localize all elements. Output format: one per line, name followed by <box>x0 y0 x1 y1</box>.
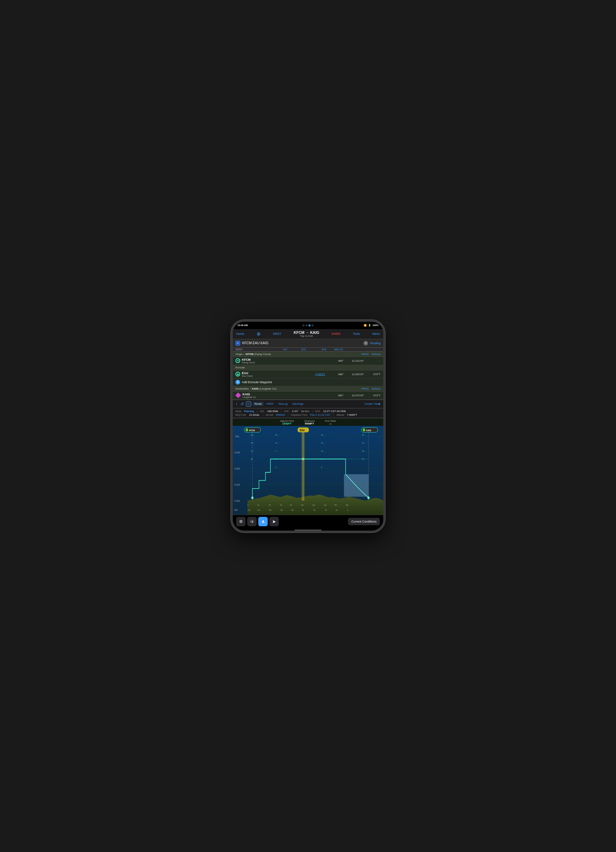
svg-text:10: 10 <box>251 458 252 460</box>
direction-button[interactable]: ➤ <box>269 517 279 526</box>
tools-button[interactable]: Tools <box>353 332 360 335</box>
home-bar <box>294 530 322 530</box>
layout-icon: ⊞ <box>236 341 240 346</box>
tab-perf[interactable]: PERF <box>264 402 275 406</box>
altitude-button[interactable]: ∧ <box>258 517 268 526</box>
ete-label: ETE: <box>284 410 290 412</box>
nrst-button[interactable]: NRST <box>273 332 281 335</box>
tab-warnings[interactable]: Warnings <box>290 402 306 406</box>
fp-title: KFCM EAU KAIG <box>242 341 361 345</box>
info-bar: Mode Planning | DIS: 186.5NM | ETE: 1+07… <box>233 408 383 418</box>
eau-dtk: 086° <box>325 373 344 376</box>
svg-text:100: 100 <box>301 504 303 506</box>
eta-val: 12:27 CST 04-FEB <box>323 410 346 413</box>
status-right: 📶 🔋 100% <box>364 324 379 327</box>
svg-text:31 →: 31 → <box>362 434 366 436</box>
tabs-bar: ↑ ↺ ✓ Route PERF NavLog Warnings Create … <box>233 400 383 408</box>
svg-text:0: 0 <box>347 509 348 511</box>
svg-text:80: 80 <box>290 504 291 506</box>
req-fuel-label: REQ Fuel: <box>236 414 246 416</box>
svg-text:-1: -1 <box>275 466 277 468</box>
eau-row[interactable]: ◈ EAU Eau Claire 4,000FT 086° 11:52CST 0… <box>233 370 383 379</box>
origin-actions-btn[interactable]: Actions <box>372 353 380 356</box>
nav-bar: Home ⊕ NRST KFCM → KAIG Tap to Edit EMER… <box>233 329 383 339</box>
sync-icon[interactable]: ↺ <box>240 402 244 406</box>
kaig-dtk: 082° <box>325 394 344 397</box>
kfcm-icon: ✦ <box>236 358 240 363</box>
flight-title: KFCM → KAIG <box>294 331 319 334</box>
svg-text:160: 160 <box>334 504 337 506</box>
svg-text:15 →: 15 → <box>275 434 279 436</box>
altitude-profile-chart[interactable]: FL000 FL030 FL060 FL090 MSL 26 → 18 → 1 <box>233 426 383 515</box>
svg-text:FL030: FL030 <box>234 483 240 486</box>
dest-proc-btn[interactable]: PROC <box>361 387 369 390</box>
gear-button[interactable]: ⚙ <box>236 517 246 526</box>
svg-text:MSL: MSL <box>236 435 240 438</box>
tab-navlog[interactable]: NavLog <box>276 402 290 406</box>
svg-text:11 →: 11 → <box>251 450 255 452</box>
home-button[interactable]: Home <box>236 332 244 335</box>
text-cursor-button[interactable]: Iv <box>247 517 257 526</box>
kfcm-eta: 11:21CST <box>344 360 364 363</box>
add-waypoint-row[interactable]: + Add Enroute Waypoint <box>233 379 383 386</box>
origin-label: Origin – KFCM (Flying Cloud) <box>236 353 271 356</box>
home-indicator <box>233 528 383 533</box>
svg-text:0: 0 <box>248 504 249 506</box>
svg-text:7 →: 7 → <box>275 450 278 452</box>
svg-text:18 →: 18 → <box>251 442 255 444</box>
col-ident: IDENT <box>236 348 269 350</box>
kfcm-row[interactable]: ✦ KFCM Flying Cloud 360° 11:21CST --- <box>233 357 383 365</box>
svg-text:140: 140 <box>269 509 272 511</box>
clearance: Clearance 5958FT <box>304 420 315 425</box>
flight-plan-icon[interactable]: ⊕ <box>257 331 261 337</box>
check-badge[interactable]: ✓ <box>246 401 251 407</box>
eau-eta: 11:52CST <box>344 373 364 376</box>
svg-text:21 →: 21 → <box>321 442 325 444</box>
svg-text:40: 40 <box>325 509 327 511</box>
aircraft-val: N5000J <box>276 413 285 417</box>
status-bar: 10:40 AM 📶 🔋 100% <box>233 322 383 329</box>
routing-button[interactable]: Routing <box>370 341 380 345</box>
kfcm-hdg: --- <box>364 360 380 363</box>
svg-text:KFCM: KFCM <box>249 429 255 432</box>
eau-id: EAU <box>242 372 306 375</box>
origin-section: Origin – KFCM (Flying Cloud) PROC Action… <box>233 352 383 357</box>
svg-text:60: 60 <box>280 504 282 506</box>
chart-svg: FL000 FL030 FL060 FL090 MSL 26 → 18 → 1 <box>233 426 383 515</box>
bottom-toolbar: ⚙ Iv ∧ ➤ Current Conditions <box>233 515 383 528</box>
upload-icon[interactable]: ↑ <box>236 401 238 407</box>
svg-text:26 →: 26 → <box>251 434 255 436</box>
flight-subtitle[interactable]: Tap to Edit <box>294 334 319 337</box>
kaig-name-group: KAIG Langlade Co <box>243 393 306 398</box>
create-trip-button[interactable]: Create Trip ▶ <box>364 402 380 405</box>
svg-text:0: 0 <box>321 466 322 468</box>
battery-icon: 🔋 <box>368 324 371 327</box>
dest-actions-btn[interactable]: Actions <box>372 387 380 390</box>
svg-text:40: 40 <box>269 504 270 506</box>
svg-text:11 →: 11 → <box>275 442 279 444</box>
close-button[interactable]: ✕ <box>364 341 368 346</box>
kfcm-name: Flying Cloud <box>242 361 306 364</box>
current-conditions-button[interactable]: Current Conditions <box>348 518 380 525</box>
enroute-label: Enroute <box>236 366 245 369</box>
svg-text:FL000: FL000 <box>234 499 240 502</box>
svg-text:11 →: 11 → <box>321 450 325 452</box>
altitude-val: 7,500FT <box>347 413 357 417</box>
svg-text:31 →: 31 → <box>321 434 325 436</box>
svg-text:20: 20 <box>257 504 259 506</box>
flight-plan-panel: ⊞ KFCM EAU KAIG ✕ Routing IDENT ALT DTK … <box>233 339 383 400</box>
emer-button[interactable]: EMER <box>332 332 341 335</box>
departure-label: Departure Time <box>291 414 307 416</box>
origin-proc-btn[interactable]: PROC <box>361 353 369 356</box>
eau-alt[interactable]: 4,000FT <box>306 373 325 376</box>
dest-actions: PROC Actions <box>361 387 380 390</box>
tab-route[interactable]: Route <box>252 402 264 406</box>
svg-text:20: 20 <box>336 509 338 511</box>
kaig-row[interactable]: KAIG Langlade Co 082° 12:27CST 073°T <box>233 391 383 400</box>
mode-val: Planning <box>244 410 254 413</box>
status-time-date: 10:40 AM <box>237 324 248 326</box>
menu-button[interactable]: Menu <box>372 332 380 335</box>
dest-section: Destination – KAIG (Langlade Co) PROC Ac… <box>233 386 383 391</box>
eta-label: ETA: <box>316 410 320 412</box>
aircraft-label: Aircraft <box>266 414 273 416</box>
